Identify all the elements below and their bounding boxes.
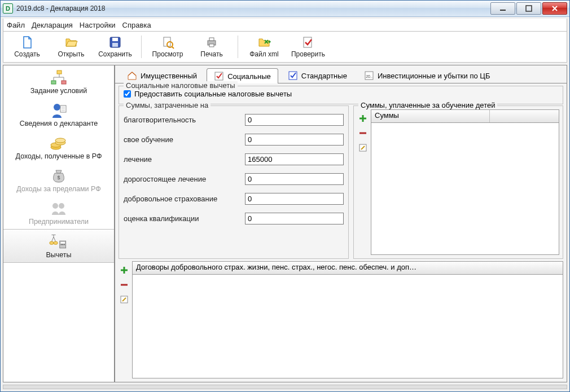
open-folder-icon <box>64 36 78 49</box>
svg-rect-26 <box>62 244 63 245</box>
check-icon <box>301 36 315 49</box>
tab-property[interactable]: Имущественный <box>120 68 204 83</box>
status-bar <box>3 385 567 389</box>
menu-help[interactable]: Справка <box>122 21 151 29</box>
social-group-title: Социальные налоговые вычеты <box>124 81 238 90</box>
sidebar-item-entrepreneurs[interactable]: Предприниматели <box>3 196 114 229</box>
social-checkbox-icon <box>214 71 224 81</box>
toolbar-save-button[interactable]: Сохранить <box>94 33 137 61</box>
sidebar-item-income-foreign[interactable]: $ Доходы за пределами РФ <box>3 164 114 196</box>
toolbar-create-button[interactable]: Создать <box>6 33 49 61</box>
svg-rect-24 <box>61 242 65 244</box>
svg-rect-8 <box>209 38 214 41</box>
conditions-icon <box>49 69 69 87</box>
toolbar-print-button[interactable]: Печать <box>190 33 233 61</box>
menu-file[interactable]: Файл <box>7 21 25 29</box>
minimize-button[interactable] <box>490 2 515 15</box>
money-bag-icon: $ <box>49 167 69 185</box>
menu-bar: Файл Декларация Настройки Справка <box>3 19 567 32</box>
children-col-sums: Суммы <box>371 110 490 122</box>
menu-declaration[interactable]: Декларация <box>32 21 73 29</box>
social-deductions-pane: Социальные налоговые вычеты Предоставить… <box>115 83 567 382</box>
investment-icon: 20.. <box>364 71 374 81</box>
svg-rect-3 <box>112 38 118 41</box>
svg-rect-12 <box>51 81 56 84</box>
qualification-input[interactable] <box>245 213 344 224</box>
children-edit-button[interactable] <box>357 142 369 153</box>
coins-icon <box>49 134 69 152</box>
expensive-treatment-input[interactable] <box>245 173 344 185</box>
window-title: 2019.dc8 - Декларация 2018 <box>16 5 490 12</box>
children-remove-button[interactable] <box>357 127 369 139</box>
title-bar: D 2019.dc8 - Декларация 2018 <box>1 1 569 17</box>
svg-point-21 <box>52 203 58 209</box>
svg-rect-10 <box>304 37 312 47</box>
children-add-button[interactable] <box>357 113 369 124</box>
menu-settings[interactable]: Настройки <box>80 21 116 29</box>
contracts-add-button[interactable] <box>119 265 130 276</box>
contracts-edit-button[interactable] <box>119 294 130 305</box>
svg-rect-4 <box>112 43 118 47</box>
children-list-body[interactable] <box>371 123 559 255</box>
close-button[interactable] <box>542 2 567 15</box>
own-education-label: свое обучение <box>124 135 245 144</box>
toolbar: Создать Открыть Сохранить Просмо <box>3 32 567 63</box>
contracts-list-body[interactable] <box>132 275 563 378</box>
children-education-group: Суммы, уплаченные за обучение детей <box>353 105 563 259</box>
svg-text:20..: 20.. <box>366 74 372 78</box>
own-education-input[interactable] <box>245 134 344 146</box>
sidebar-item-deductions[interactable]: Вычеты <box>3 229 114 263</box>
charity-input[interactable] <box>245 114 344 126</box>
contracts-list-header: Договоры добровольного страх. жизни, пен… <box>132 261 563 275</box>
contracts-col-header: Договоры добровольного страх. жизни, пен… <box>133 262 563 274</box>
svg-rect-27 <box>64 244 65 245</box>
window-buttons <box>490 2 567 15</box>
svg-point-28 <box>50 241 54 244</box>
svg-rect-11 <box>57 71 62 74</box>
new-file-icon <box>20 36 34 49</box>
toolbar-open-button[interactable]: Открыть <box>50 33 93 61</box>
treatment-label: лечение <box>124 155 245 164</box>
save-floppy-icon <box>108 36 122 49</box>
main-body: Задание условий Сведения о декларанте До… <box>3 65 567 382</box>
contracts-list-tools <box>119 261 130 378</box>
preview-icon <box>161 36 174 49</box>
house-icon <box>127 71 137 81</box>
children-list-tools <box>357 109 369 255</box>
toolbar-check-button[interactable]: Проверить <box>287 33 330 61</box>
deductions-icon <box>49 233 69 251</box>
charity-label: благотворительность <box>124 116 245 124</box>
standard-icon <box>288 71 298 81</box>
svg-point-22 <box>59 203 64 209</box>
children-education-title: Суммы, уплаченные за обучение детей <box>358 101 497 109</box>
printer-icon <box>205 36 218 49</box>
tab-standard[interactable]: Стандартные <box>280 68 354 83</box>
sidebar-item-income-rf[interactable]: Доходы, полученные в РФ <box>3 131 114 164</box>
deduction-tabs: Имущественный Социальные Стандартные <box>115 65 567 83</box>
children-list-header: Суммы <box>371 109 559 123</box>
app-icon: D <box>3 3 13 14</box>
expensive-treatment-label: дорогостоящее лечение <box>124 175 245 183</box>
sums-columns: Суммы, затраченные на благотворительност… <box>119 105 563 259</box>
maximize-button[interactable] <box>516 2 541 15</box>
right-pane: Имущественный Социальные Стандартные <box>115 65 567 382</box>
provide-social-label: Предоставить социальные налоговые вычеты <box>134 90 292 98</box>
sidebar: Задание условий Сведения о декларанте До… <box>3 65 115 382</box>
sidebar-item-declarant[interactable]: Сведения о декларанте <box>3 98 114 131</box>
svg-point-19 <box>55 138 65 143</box>
provide-social-checkbox[interactable] <box>124 90 131 98</box>
svg-text:$: $ <box>57 175 60 180</box>
svg-rect-25 <box>61 244 62 245</box>
toolbar-preview-button[interactable]: Просмотр <box>146 33 189 61</box>
svg-rect-1 <box>526 6 532 11</box>
voluntary-insurance-input[interactable] <box>245 193 344 205</box>
svg-rect-13 <box>62 81 66 84</box>
contracts-remove-button[interactable] <box>119 279 130 290</box>
app-window: D 2019.dc8 - Декларация 2018 Файл Деклар… <box>0 0 570 392</box>
toolbar-filexml-button[interactable]: Файл xml <box>243 33 286 61</box>
sidebar-item-conditions[interactable]: Задание условий <box>3 65 114 98</box>
tab-investment[interactable]: 20.. Инвестиционные и убытки по ЦБ <box>357 68 498 83</box>
treatment-input[interactable] <box>245 153 344 165</box>
sums-spent-title: Суммы, затраченные на <box>124 101 211 109</box>
contracts-section: Договоры добровольного страх. жизни, пен… <box>119 261 563 378</box>
